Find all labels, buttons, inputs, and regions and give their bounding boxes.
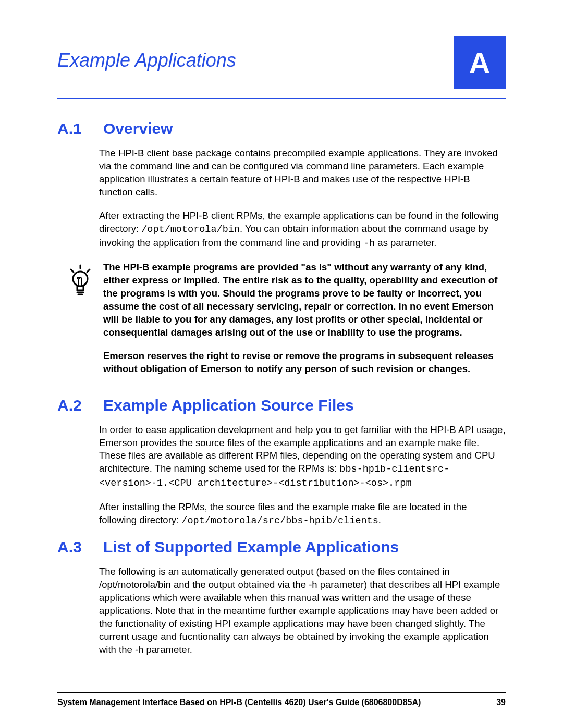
code-run: /opt/motorola/bin (141, 224, 240, 235)
section-title: List of Supported Example Applications (103, 538, 399, 556)
code-run: /opt/motorola/src/bbs-hpib/clients (181, 515, 378, 526)
text-run: . (378, 514, 381, 525)
text-run: as parameter. (375, 237, 436, 248)
section-heading-a1: A.1 Overview (57, 120, 506, 138)
lightbulb-icon (68, 263, 93, 386)
section-number: A.3 (57, 538, 89, 556)
paragraph: The following is an automatically genera… (99, 565, 506, 657)
section-heading-a2: A.2 Example Application Source Files (57, 397, 506, 414)
note-text: The HPI-B example programs are provided … (103, 261, 506, 386)
appendix-badge: A (454, 36, 506, 89)
code-run: -h (363, 238, 375, 249)
appendix-title: Example Applications (57, 36, 236, 71)
section-number: A.1 (57, 120, 89, 138)
paragraph: In order to ease application development… (99, 424, 506, 491)
paragraph: After installing the RPMs, the source fi… (99, 501, 506, 528)
svg-line-5 (87, 269, 90, 272)
note-paragraph: The HPI-B example programs are provided … (103, 261, 506, 339)
header-rule (57, 98, 506, 99)
section-heading-a3: A.3 List of Supported Example Applicatio… (57, 538, 506, 556)
paragraph: The HPI-B client base package contains p… (99, 147, 506, 199)
svg-line-4 (71, 269, 74, 272)
paragraph: After extracting the HPI-B client RPMs, … (99, 209, 506, 251)
section-title: Example Application Source Files (103, 397, 354, 414)
footer-rule (57, 692, 506, 693)
section-title: Overview (103, 120, 173, 138)
footer-page-number: 39 (496, 698, 506, 707)
footer-doc-title: System Management Interface Based on HPI… (57, 698, 421, 707)
page-footer: System Management Interface Based on HPI… (57, 698, 506, 707)
section-number: A.2 (57, 397, 89, 414)
svg-point-0 (73, 272, 88, 286)
note-paragraph: Emerson reserves the right to revise or … (103, 350, 506, 376)
tip-note-block: The HPI-B example programs are provided … (68, 261, 506, 386)
